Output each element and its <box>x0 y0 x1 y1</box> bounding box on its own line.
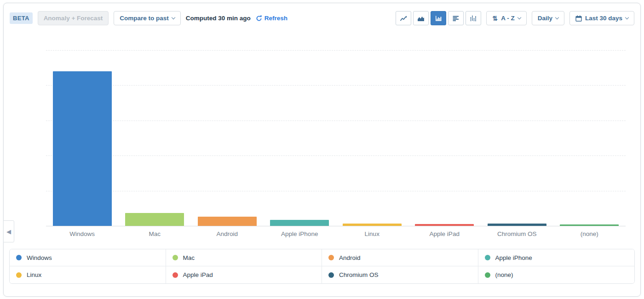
period-label: Daily <box>538 15 552 22</box>
operating-systems-widget: BETA Anomaly + Forecast Compare to past … <box>3 3 641 297</box>
chart-legend: WindowsMacAndroidApple iPhoneLinuxApple … <box>9 249 635 284</box>
legend-color-dot-android <box>328 255 334 260</box>
line-chart-button[interactable] <box>396 11 411 25</box>
bar-slot-apple-iphone <box>264 50 336 226</box>
dot-columns-chart-button[interactable] <box>466 11 481 25</box>
compare-to-past-label: Compare to past <box>120 15 169 22</box>
x-axis-labels: WindowsMacAndroidApple iPhoneLinuxApple … <box>46 230 626 237</box>
computed-status-text: Computed 30 min ago <box>186 15 251 22</box>
sort-arrows-icon: ⇅ <box>492 15 498 22</box>
x-label-mac: Mac <box>119 230 191 237</box>
chevron-down-icon <box>555 15 559 19</box>
bar-series <box>46 50 626 226</box>
x-label-windows: Windows <box>46 230 119 237</box>
legend-label: Windows <box>27 254 52 261</box>
bar-mac[interactable] <box>125 213 184 226</box>
bar-android[interactable] <box>198 217 257 226</box>
legend-label: Android <box>339 254 361 261</box>
area-chart-button[interactable] <box>413 11 429 25</box>
collapse-panel-arrow[interactable]: ◀ <box>3 220 14 242</box>
refresh-icon <box>256 15 262 22</box>
sort-order-label: A - Z <box>501 15 515 22</box>
legend-label: Apple iPad <box>183 271 213 278</box>
legend-color-dot-linux <box>16 272 22 278</box>
sort-order-button[interactable]: ⇅ A - Z <box>486 11 526 25</box>
area-chart-icon <box>417 15 425 22</box>
left-triangle-icon: ◀ <box>6 228 11 235</box>
legend-label: Apple iPhone <box>495 254 532 261</box>
legend-color-dot-none <box>485 272 490 278</box>
anomaly-forecast-button[interactable]: Anomaly + Forecast <box>38 11 109 25</box>
bar-chart-button[interactable] <box>431 11 446 25</box>
bar-apple-ipad[interactable] <box>415 224 474 226</box>
legend-label: (none) <box>495 271 513 278</box>
legend-item-mac[interactable]: Mac <box>166 249 322 266</box>
legend-item-apple-iphone[interactable]: Apple iPhone <box>478 249 635 266</box>
widget-toolbar: BETA Anomaly + Forecast Compare to past … <box>4 3 640 25</box>
x-label-apple-ipad: Apple iPad <box>408 230 481 237</box>
line-chart-icon <box>400 15 407 22</box>
horizontal-bar-chart-button[interactable] <box>448 11 464 25</box>
x-label-chromium-os: Chromium OS <box>481 230 553 237</box>
date-range-label: Last 30 days <box>585 15 622 22</box>
legend-color-dot-chromium-os <box>328 272 334 278</box>
legend-color-dot-mac <box>172 255 178 260</box>
refresh-link[interactable]: Refresh <box>256 15 288 22</box>
legend-item-windows[interactable]: Windows <box>10 249 166 266</box>
toolbar-right-group: ⇅ A - Z Daily Last 30 days <box>396 11 634 25</box>
bar-chromium-os[interactable] <box>488 224 546 226</box>
bar-slot-chromium-os <box>481 50 553 226</box>
chevron-down-icon <box>625 15 629 19</box>
bar-chart-icon <box>435 15 442 22</box>
refresh-label: Refresh <box>264 15 288 22</box>
bar-slot-linux <box>336 50 408 226</box>
x-label-android: Android <box>191 230 264 237</box>
x-label-apple-iphone: Apple iPhone <box>264 230 336 237</box>
bar-none[interactable] <box>560 224 619 226</box>
bar-linux[interactable] <box>343 224 402 226</box>
date-range-button[interactable]: Last 30 days <box>569 11 634 25</box>
legend-label: Chromium OS <box>339 271 379 278</box>
chart-type-button-group <box>396 11 481 25</box>
period-button[interactable]: Daily <box>532 11 564 25</box>
bar-chart-plot-area <box>46 50 626 226</box>
legend-item-android[interactable]: Android <box>322 249 478 266</box>
legend-item-linux[interactable]: Linux <box>10 266 166 283</box>
bar-windows[interactable] <box>53 71 112 226</box>
beta-badge: BETA <box>10 12 33 24</box>
bar-slot-windows <box>46 50 119 226</box>
x-label-linux: Linux <box>336 230 408 237</box>
bar-slot-none <box>553 50 626 226</box>
legend-color-dot-windows <box>16 255 22 260</box>
horizontal-bar-chart-icon <box>452 15 460 22</box>
legend-color-dot-apple-iphone <box>485 255 490 260</box>
bar-slot-mac <box>119 50 191 226</box>
legend-item-none[interactable]: (none) <box>478 266 635 283</box>
dot-columns-chart-icon <box>470 15 477 22</box>
toolbar-left-group: BETA Anomaly + Forecast Compare to past … <box>10 11 288 25</box>
legend-label: Linux <box>27 271 41 278</box>
legend-color-dot-apple-ipad <box>172 272 178 278</box>
legend-item-chromium-os[interactable]: Chromium OS <box>322 266 478 283</box>
chevron-down-icon <box>172 15 175 19</box>
legend-item-apple-ipad[interactable]: Apple iPad <box>166 266 322 283</box>
bar-slot-apple-ipad <box>408 50 481 226</box>
bar-apple-iphone[interactable] <box>270 220 329 226</box>
calendar-icon <box>575 15 582 22</box>
compare-to-past-button[interactable]: Compare to past <box>114 11 181 25</box>
legend-label: Mac <box>183 254 195 261</box>
x-label-none: (none) <box>553 230 626 237</box>
chevron-down-icon <box>517 15 521 19</box>
bar-slot-android <box>191 50 264 226</box>
